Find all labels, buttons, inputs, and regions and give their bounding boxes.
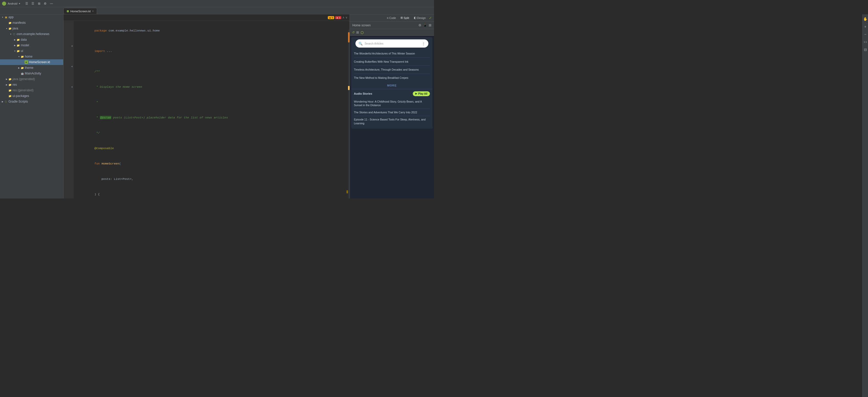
scrollbar-thumb[interactable] — [348, 32, 349, 42]
tab-bar: HomeScreen.kt × — [0, 7, 434, 14]
code-editor: ▲ 5 ▲ 1 ∧ ∨ ◀ ◀ ◀ — [63, 14, 349, 199]
folder-icon-java-gen: 📁 — [8, 77, 12, 81]
sidebar-label-java: java — [12, 27, 18, 30]
more-button[interactable]: MORE — [351, 82, 432, 89]
sidebar-label-theme: theme — [25, 66, 33, 70]
sidebar-item-com-example[interactable]: ▾ ⬡ com.example.hellonews — [0, 31, 63, 37]
arrow-home: ▾ — [18, 55, 21, 58]
android-icon — [2, 2, 6, 6]
audio-item-2[interactable]: The Stories and Adventures That We Carry… — [354, 109, 430, 116]
phone-screen: 🔍 Search Articles ⋮ The Wonderful Archit… — [351, 37, 432, 129]
design-icon: ◧ — [414, 16, 416, 20]
code-line-9: */ — [77, 125, 346, 141]
sidebar-item-homescreen[interactable]: ▶ K HomeScreen.kt — [0, 59, 63, 65]
sidebar-item-mainactivity[interactable]: ▶ 🤖 MainActivity — [0, 71, 63, 76]
audio-item-3[interactable]: Episode 11 - Science Based Tools For Sle… — [354, 116, 430, 127]
nav-arrows-down[interactable]: ∨ — [345, 16, 347, 19]
preview-title: Home screen — [352, 24, 371, 27]
code-line-3: import ... — [77, 43, 346, 59]
main-layout: ▾ ▣ app ▶ 📁 manifests ▾ 📁 java ▾ ⬡ com.e… — [0, 14, 434, 199]
sidebar-item-model[interactable]: ▶ 📁 model — [0, 42, 63, 48]
editor-tab[interactable]: HomeScreen.kt × — [63, 8, 97, 14]
code-content[interactable]: package com.example.hellonews.ui.home im… — [74, 21, 349, 199]
sidebar-label-res-gen: res (generated) — [12, 89, 33, 92]
check-mark: ✓ — [429, 16, 432, 20]
audio-item-1[interactable]: Wondering Hour: A Childhood Story, Grizz… — [354, 98, 430, 109]
list-icon[interactable]: ☰ — [31, 2, 35, 6]
sidebar-item-theme[interactable]: ▶ 📁 theme — [0, 65, 63, 71]
article-title-4: The New Method to Making Breakfast Crepe… — [354, 76, 430, 80]
sidebar-item-ui[interactable]: ▾ 📁 ui — [0, 48, 63, 54]
sidebar-label-res: res — [12, 83, 17, 87]
code-line-8: * @param posts (List<Post>) placeholder … — [77, 110, 346, 125]
android-label[interactable]: Android — [8, 2, 18, 5]
audio-item-title-1: Wondering Hour: A Childhood Story, Grizz… — [354, 100, 430, 107]
search-placeholder: Search Articles — [365, 42, 420, 45]
article-item-4[interactable]: The New Method to Making Breakfast Crepe… — [354, 74, 430, 82]
sidebar-item-java[interactable]: ▾ 📁 java — [0, 26, 63, 31]
preview-settings-icon[interactable]: ⚙ — [418, 23, 422, 27]
code-line-13: ) { — [77, 187, 346, 199]
code-line-11: fun HomeScreen( — [77, 156, 346, 171]
minus-icon[interactable]: — — [50, 2, 54, 6]
audio-item-title-3: Episode 11 - Science Based Tools For Sle… — [354, 118, 430, 125]
dropdown-arrow[interactable]: ▾ — [19, 2, 20, 5]
sidebar-item-res[interactable]: ▶ 📁 res — [0, 82, 63, 88]
article-item-2[interactable]: Creating Butterflies With New Transparen… — [354, 58, 430, 66]
view-mode-code[interactable]: ≡ Code — [385, 16, 398, 20]
arrow-gradle: ▶ — [1, 100, 4, 103]
sidebar-label-data: data — [21, 38, 27, 41]
search-bar[interactable]: 🔍 Search Articles ⋮ — [355, 39, 428, 47]
arrow-java: ▾ — [5, 27, 8, 30]
sidebar-item-gradle[interactable]: ▶ ⬡ Gradle Scripts — [0, 99, 63, 104]
article-title-2: Creating Butterflies With New Transparen… — [354, 60, 430, 64]
scroll-marker-bottom — [346, 190, 348, 193]
line-numbers: ◀ ◀ ◀ — [63, 21, 74, 199]
code-line-7: * — [77, 95, 346, 110]
sidebar-label-model: model — [21, 43, 29, 47]
preview-toolbar: ↺ ⊞ ⬡ — [350, 29, 434, 36]
split-icon[interactable]: ⊞ — [37, 2, 41, 6]
error-badge: ▲ 1 — [335, 16, 341, 19]
tab-close-btn[interactable]: × — [92, 10, 94, 12]
play-all-button[interactable]: ▶ Play All — [413, 91, 430, 96]
sidebar-item-java-gen[interactable]: ▶ 📁 java (generated) — [0, 76, 63, 82]
preview-refresh-icon[interactable]: ⊞ — [429, 23, 431, 27]
sidebar-label-gradle: Gradle Scripts — [8, 100, 28, 103]
sidebar-item-data[interactable]: ▶ 📁 data — [0, 37, 63, 42]
arrow-res: ▶ — [5, 83, 8, 86]
settings-icon[interactable]: ⚙ — [43, 2, 47, 6]
folder-icon-home: 📁 — [21, 55, 24, 58]
play-icon: ▶ — [415, 92, 417, 95]
compose-icon[interactable]: ⬡ — [361, 30, 364, 35]
view-mode-split[interactable]: ⊞ Split — [399, 15, 410, 20]
folder-icon-res: 📁 — [8, 83, 12, 87]
article-item-3[interactable]: Timeless Architecture, Through Decades a… — [354, 66, 430, 74]
sidebar-item-home[interactable]: ▾ 📁 home — [0, 54, 63, 59]
article-item-1[interactable]: The Wonderful Architectures of This Wint… — [354, 49, 430, 58]
nav-arrows[interactable]: ∧ — [342, 16, 344, 19]
search-menu-icon[interactable]: ⋮ — [422, 42, 425, 45]
sidebar-item-ui-packages[interactable]: ▶ 📁 ui-packages — [0, 93, 63, 99]
sidebar-item-manifests[interactable]: ▶ 📁 manifests — [0, 20, 63, 26]
code-line-10: @Composable — [77, 141, 346, 156]
split-label: Split — [404, 16, 409, 20]
code-line-2 — [77, 38, 346, 43]
code-line-5: /** — [77, 64, 346, 79]
scrollbar-track — [348, 30, 349, 199]
preview-phone-icon[interactable]: 📱 — [423, 23, 427, 27]
sidebar-label-com-example: com.example.hellonews — [17, 32, 50, 36]
view-mode-design[interactable]: ◧ Design — [412, 15, 427, 20]
sidebar-item-app[interactable]: ▾ ▣ app — [0, 14, 63, 20]
grid-icon[interactable]: ⊞ — [356, 30, 359, 34]
code-label: Code — [389, 16, 396, 20]
folder-icon-model: 📁 — [17, 43, 20, 47]
arrow-model: ▶ — [13, 44, 17, 47]
menu-icon[interactable]: ☰ — [25, 2, 29, 6]
refresh-icon[interactable]: ↺ — [352, 30, 355, 34]
arrow-ui: ▾ — [13, 49, 17, 53]
arrow-theme: ▶ — [18, 66, 21, 69]
editor-toolbar: ▲ 5 ▲ 1 ∧ ∨ — [63, 14, 349, 21]
sidebar-item-res-gen[interactable]: ▶ 📁 res (generated) — [0, 88, 63, 93]
search-icon: 🔍 — [359, 42, 363, 45]
